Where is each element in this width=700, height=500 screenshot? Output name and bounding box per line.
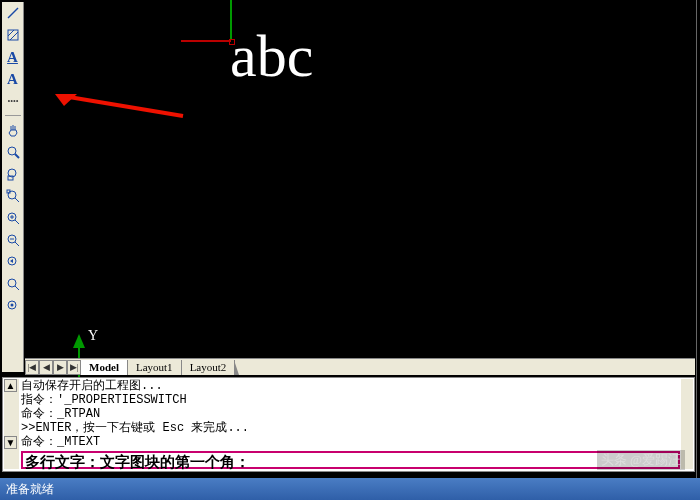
pan-icon[interactable] xyxy=(4,121,22,139)
zoom-all-icon[interactable] xyxy=(4,275,22,293)
ucs-y-label: Y xyxy=(88,328,98,344)
zoom-out-icon[interactable] xyxy=(4,231,22,249)
svg-line-14 xyxy=(15,220,19,224)
cmd-hist-line: >>ENTER，按一下右键或 Esc 来完成... xyxy=(21,421,680,435)
zoom-prev-icon[interactable] xyxy=(4,253,22,271)
tab-nav: |◀ ◀ ▶ ▶| xyxy=(25,360,81,375)
text-insert-hline xyxy=(181,40,231,42)
svg-point-8 xyxy=(8,191,16,199)
zoom-realtime-icon[interactable] xyxy=(4,143,22,161)
zoom-center-icon[interactable] xyxy=(4,297,22,315)
command-input[interactable]: 多行文字：文字图块的第一个角： xyxy=(21,451,680,469)
sample-text-object[interactable]: abc xyxy=(230,22,313,91)
tab-nav-next[interactable]: ▶ xyxy=(53,360,67,375)
text-multi-icon[interactable]: A xyxy=(4,48,22,66)
watermark: 头条 @爱踢汪 xyxy=(597,450,685,470)
tab-nav-first[interactable]: |◀ xyxy=(25,360,39,375)
svg-point-22 xyxy=(10,304,13,307)
drawing-canvas[interactable]: abc Y X xyxy=(25,0,695,358)
line-seg-icon[interactable] xyxy=(4,4,22,22)
tab-model[interactable]: Model xyxy=(81,360,128,375)
command-prompt: 多行文字：文字图块的第一个角： xyxy=(25,453,250,472)
svg-line-20 xyxy=(15,286,19,290)
annotation-arrow-icon xyxy=(53,92,193,122)
svg-point-4 xyxy=(8,147,16,155)
tab-layout2[interactable]: Layout2 xyxy=(182,360,236,375)
command-history: 自动保存开启的工程图... 指令：'_PROPERTIESSWITCH 命令：_… xyxy=(21,379,680,451)
status-bar: 准备就绪 xyxy=(0,478,700,500)
cmd-hist-line: 命令：_RTPAN xyxy=(21,407,680,421)
svg-line-2 xyxy=(8,30,14,36)
cmd-scroll-left: ▲ ▼ xyxy=(4,379,19,469)
svg-line-23 xyxy=(63,96,183,116)
zoom-window-icon[interactable] xyxy=(4,165,22,183)
cmd-scroll-up-icon[interactable]: ▲ xyxy=(4,379,17,392)
tab-nav-prev[interactable]: ◀ xyxy=(39,360,53,375)
cmd-hist-line: 命令：_MTEXT xyxy=(21,435,680,449)
app-frame: A A • • • • abc Y X xyxy=(0,0,697,498)
svg-rect-10 xyxy=(7,190,10,193)
tab-layout1[interactable]: Layout1 xyxy=(128,360,182,375)
layout-tab-bar: |◀ ◀ ▶ ▶| Model Layout1 Layout2 xyxy=(25,358,695,375)
svg-line-17 xyxy=(15,242,19,246)
cmd-scroll-down-icon[interactable]: ▼ xyxy=(4,436,17,449)
command-panel: ▲ ▼ 自动保存开启的工程图... 指令：'_PROPERTIESSWITCH … xyxy=(2,377,695,472)
left-toolbar: A A • • • • xyxy=(2,2,24,372)
svg-line-5 xyxy=(15,154,19,158)
svg-point-19 xyxy=(8,279,16,287)
tab-nav-last[interactable]: ▶| xyxy=(67,360,81,375)
cmd-hist-line: 自动保存开启的工程图... xyxy=(21,379,680,393)
zoom-in-icon[interactable] xyxy=(4,209,22,227)
svg-marker-24 xyxy=(55,94,77,106)
more-icon[interactable]: • • • • xyxy=(4,92,22,110)
separator xyxy=(5,115,21,116)
status-text: 准备就绪 xyxy=(6,482,54,496)
text-single-icon[interactable]: A xyxy=(4,70,22,88)
cmd-hist-line: 指令：'_PROPERTIESSWITCH xyxy=(21,393,680,407)
svg-line-0 xyxy=(8,8,18,18)
hatch-icon[interactable] xyxy=(4,26,22,44)
zoom-extents-icon[interactable] xyxy=(4,187,22,205)
svg-line-9 xyxy=(15,198,19,202)
